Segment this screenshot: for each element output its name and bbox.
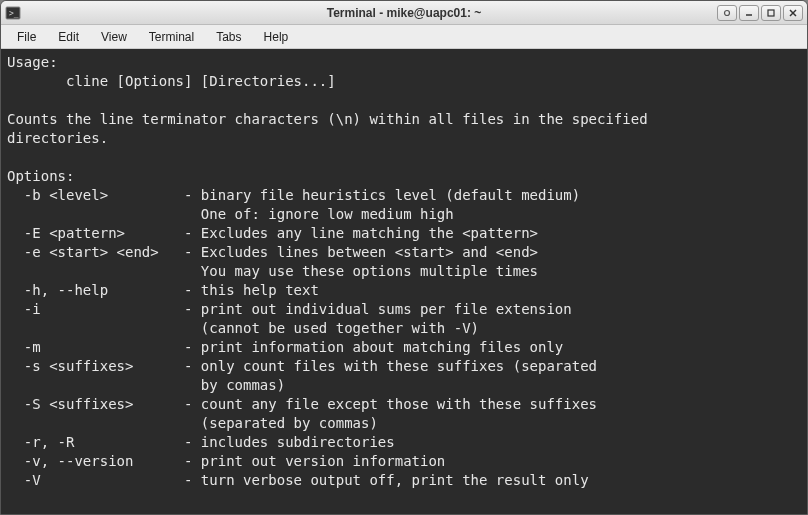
close-button[interactable] <box>783 5 803 21</box>
maximize-button[interactable] <box>761 5 781 21</box>
menu-help[interactable]: Help <box>254 27 299 47</box>
terminal-output[interactable]: Usage: cline [Options] [Directories...] … <box>1 49 807 514</box>
window-title: Terminal - mike@uapc01: ~ <box>1 6 807 20</box>
terminal-app-icon: >_ <box>5 5 21 21</box>
svg-rect-4 <box>768 10 774 16</box>
menubar: File Edit View Terminal Tabs Help <box>1 25 807 49</box>
svg-point-2 <box>725 10 730 15</box>
keep-above-button[interactable] <box>717 5 737 21</box>
svg-text:>_: >_ <box>9 9 19 18</box>
minimize-button[interactable] <box>739 5 759 21</box>
menu-file[interactable]: File <box>7 27 46 47</box>
titlebar[interactable]: >_ Terminal - mike@uapc01: ~ <box>1 1 807 25</box>
terminal-window: >_ Terminal - mike@uapc01: ~ File Edit V… <box>0 0 808 515</box>
menu-edit[interactable]: Edit <box>48 27 89 47</box>
menu-tabs[interactable]: Tabs <box>206 27 251 47</box>
menu-terminal[interactable]: Terminal <box>139 27 204 47</box>
window-controls <box>717 5 803 21</box>
menu-view[interactable]: View <box>91 27 137 47</box>
